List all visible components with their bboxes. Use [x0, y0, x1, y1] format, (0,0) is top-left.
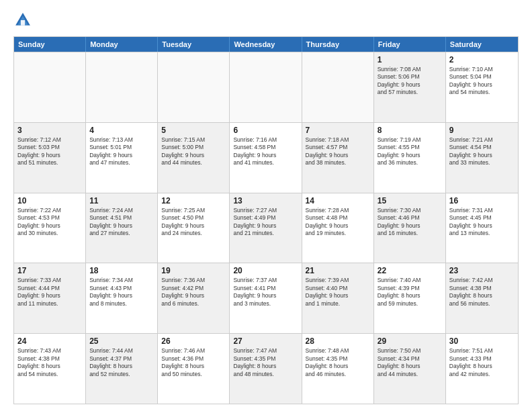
day-number: 17	[17, 266, 82, 275]
day-details: Sunrise: 7:39 AM Sunset: 4:40 PM Dayligh…	[306, 277, 370, 308]
day-details: Sunrise: 7:10 AM Sunset: 5:04 PM Dayligh…	[449, 66, 515, 97]
day-details: Sunrise: 7:33 AM Sunset: 4:44 PM Dayligh…	[17, 277, 82, 308]
cal-cell-empty-0-3	[230, 52, 302, 122]
day-details: Sunrise: 7:51 AM Sunset: 4:33 PM Dayligh…	[449, 347, 515, 378]
day-number: 15	[378, 196, 442, 205]
cal-cell-2: 2Sunrise: 7:10 AM Sunset: 5:04 PM Daylig…	[446, 52, 518, 122]
day-number: 8	[378, 126, 442, 135]
day-details: Sunrise: 7:28 AM Sunset: 4:48 PM Dayligh…	[306, 207, 370, 238]
col-header-saturday: Saturday	[446, 37, 518, 52]
day-number: 2	[449, 55, 515, 64]
cal-cell-empty-0-0	[14, 52, 86, 122]
calendar-row-2: 10Sunrise: 7:22 AM Sunset: 4:53 PM Dayli…	[14, 193, 518, 263]
day-number: 6	[233, 126, 298, 135]
day-number: 27	[233, 336, 298, 346]
cal-cell-16: 16Sunrise: 7:31 AM Sunset: 4:45 PM Dayli…	[446, 193, 518, 263]
logo-icon	[13, 11, 32, 30]
col-header-monday: Monday	[86, 37, 158, 52]
calendar-row-0: 1Sunrise: 7:08 AM Sunset: 5:06 PM Daylig…	[14, 52, 518, 122]
page: SundayMondayTuesdayWednesdayThursdayFrid…	[0, 0, 532, 411]
cal-cell-20: 20Sunrise: 7:37 AM Sunset: 4:41 PM Dayli…	[230, 263, 302, 333]
day-details: Sunrise: 7:24 AM Sunset: 4:51 PM Dayligh…	[89, 207, 154, 238]
cal-cell-14: 14Sunrise: 7:28 AM Sunset: 4:48 PM Dayli…	[302, 193, 374, 263]
calendar-row-3: 17Sunrise: 7:33 AM Sunset: 4:44 PM Dayli…	[14, 263, 518, 333]
cal-cell-empty-0-1	[86, 52, 158, 122]
day-number: 20	[233, 266, 298, 275]
cal-cell-10: 10Sunrise: 7:22 AM Sunset: 4:53 PM Dayli…	[14, 193, 86, 263]
calendar-body: 1Sunrise: 7:08 AM Sunset: 5:06 PM Daylig…	[14, 52, 518, 404]
cal-cell-4: 4Sunrise: 7:13 AM Sunset: 5:01 PM Daylig…	[86, 123, 158, 193]
day-number: 18	[89, 266, 154, 275]
day-number: 12	[161, 196, 226, 205]
cal-cell-3: 3Sunrise: 7:12 AM Sunset: 5:03 PM Daylig…	[14, 123, 86, 193]
day-number: 5	[161, 126, 226, 135]
cal-cell-23: 23Sunrise: 7:42 AM Sunset: 4:38 PM Dayli…	[446, 263, 518, 333]
cal-cell-15: 15Sunrise: 7:30 AM Sunset: 4:46 PM Dayli…	[374, 193, 446, 263]
day-details: Sunrise: 7:34 AM Sunset: 4:43 PM Dayligh…	[89, 277, 154, 308]
day-details: Sunrise: 7:46 AM Sunset: 4:36 PM Dayligh…	[161, 347, 226, 378]
cal-cell-7: 7Sunrise: 7:18 AM Sunset: 4:57 PM Daylig…	[302, 123, 374, 193]
cal-cell-22: 22Sunrise: 7:40 AM Sunset: 4:39 PM Dayli…	[374, 263, 446, 333]
day-number: 19	[161, 266, 226, 275]
day-number: 16	[449, 196, 515, 205]
header	[13, 11, 519, 30]
day-number: 29	[378, 336, 442, 346]
cal-cell-13: 13Sunrise: 7:27 AM Sunset: 4:49 PM Dayli…	[230, 193, 302, 263]
day-number: 9	[449, 126, 515, 135]
day-number: 26	[161, 336, 226, 346]
logo	[13, 11, 35, 30]
day-details: Sunrise: 7:21 AM Sunset: 4:54 PM Dayligh…	[449, 136, 515, 167]
day-details: Sunrise: 7:15 AM Sunset: 5:00 PM Dayligh…	[161, 136, 226, 167]
col-header-wednesday: Wednesday	[230, 37, 302, 52]
cal-cell-30: 30Sunrise: 7:51 AM Sunset: 4:33 PM Dayli…	[446, 334, 518, 404]
day-details: Sunrise: 7:12 AM Sunset: 5:03 PM Dayligh…	[17, 136, 82, 167]
day-details: Sunrise: 7:43 AM Sunset: 4:38 PM Dayligh…	[17, 347, 82, 378]
cal-cell-5: 5Sunrise: 7:15 AM Sunset: 5:00 PM Daylig…	[158, 123, 230, 193]
cal-cell-18: 18Sunrise: 7:34 AM Sunset: 4:43 PM Dayli…	[86, 263, 158, 333]
col-header-friday: Friday	[374, 37, 446, 52]
cal-cell-25: 25Sunrise: 7:44 AM Sunset: 4:37 PM Dayli…	[86, 334, 158, 404]
col-header-sunday: Sunday	[14, 37, 86, 52]
cal-cell-21: 21Sunrise: 7:39 AM Sunset: 4:40 PM Dayli…	[302, 263, 374, 333]
day-details: Sunrise: 7:16 AM Sunset: 4:58 PM Dayligh…	[233, 136, 298, 167]
day-details: Sunrise: 7:48 AM Sunset: 4:35 PM Dayligh…	[306, 347, 370, 378]
cal-cell-19: 19Sunrise: 7:36 AM Sunset: 4:42 PM Dayli…	[158, 263, 230, 333]
day-number: 10	[17, 196, 82, 205]
day-details: Sunrise: 7:44 AM Sunset: 4:37 PM Dayligh…	[89, 347, 154, 378]
day-number: 23	[449, 266, 515, 275]
day-number: 28	[306, 336, 370, 346]
cal-cell-1: 1Sunrise: 7:08 AM Sunset: 5:06 PM Daylig…	[374, 52, 446, 122]
cal-cell-9: 9Sunrise: 7:21 AM Sunset: 4:54 PM Daylig…	[446, 123, 518, 193]
svg-rect-2	[21, 20, 25, 26]
day-details: Sunrise: 7:42 AM Sunset: 4:38 PM Dayligh…	[449, 277, 515, 308]
day-number: 30	[449, 336, 515, 346]
cal-cell-empty-0-4	[302, 52, 374, 122]
day-number: 21	[306, 266, 370, 275]
cal-cell-24: 24Sunrise: 7:43 AM Sunset: 4:38 PM Dayli…	[14, 334, 86, 404]
day-details: Sunrise: 7:40 AM Sunset: 4:39 PM Dayligh…	[378, 277, 442, 308]
day-number: 3	[17, 126, 82, 135]
cal-cell-17: 17Sunrise: 7:33 AM Sunset: 4:44 PM Dayli…	[14, 263, 86, 333]
day-number: 14	[306, 196, 370, 205]
calendar-row-1: 3Sunrise: 7:12 AM Sunset: 5:03 PM Daylig…	[14, 122, 518, 193]
calendar-row-4: 24Sunrise: 7:43 AM Sunset: 4:38 PM Dayli…	[14, 333, 518, 404]
day-details: Sunrise: 7:50 AM Sunset: 4:34 PM Dayligh…	[378, 347, 442, 378]
cal-cell-empty-0-2	[158, 52, 230, 122]
cal-cell-29: 29Sunrise: 7:50 AM Sunset: 4:34 PM Dayli…	[374, 334, 446, 404]
day-details: Sunrise: 7:19 AM Sunset: 4:55 PM Dayligh…	[378, 136, 442, 167]
cal-cell-8: 8Sunrise: 7:19 AM Sunset: 4:55 PM Daylig…	[374, 123, 446, 193]
day-details: Sunrise: 7:25 AM Sunset: 4:50 PM Dayligh…	[161, 207, 226, 238]
calendar-header: SundayMondayTuesdayWednesdayThursdayFrid…	[14, 37, 518, 52]
day-details: Sunrise: 7:31 AM Sunset: 4:45 PM Dayligh…	[449, 207, 515, 238]
day-details: Sunrise: 7:18 AM Sunset: 4:57 PM Dayligh…	[306, 136, 370, 167]
day-number: 22	[378, 266, 442, 275]
day-number: 7	[306, 126, 370, 135]
day-details: Sunrise: 7:27 AM Sunset: 4:49 PM Dayligh…	[233, 207, 298, 238]
day-number: 25	[89, 336, 154, 346]
day-details: Sunrise: 7:30 AM Sunset: 4:46 PM Dayligh…	[378, 207, 442, 238]
day-details: Sunrise: 7:37 AM Sunset: 4:41 PM Dayligh…	[233, 277, 298, 308]
day-details: Sunrise: 7:36 AM Sunset: 4:42 PM Dayligh…	[161, 277, 226, 308]
day-details: Sunrise: 7:22 AM Sunset: 4:53 PM Dayligh…	[17, 207, 82, 238]
cal-cell-11: 11Sunrise: 7:24 AM Sunset: 4:51 PM Dayli…	[86, 193, 158, 263]
day-details: Sunrise: 7:13 AM Sunset: 5:01 PM Dayligh…	[89, 136, 154, 167]
